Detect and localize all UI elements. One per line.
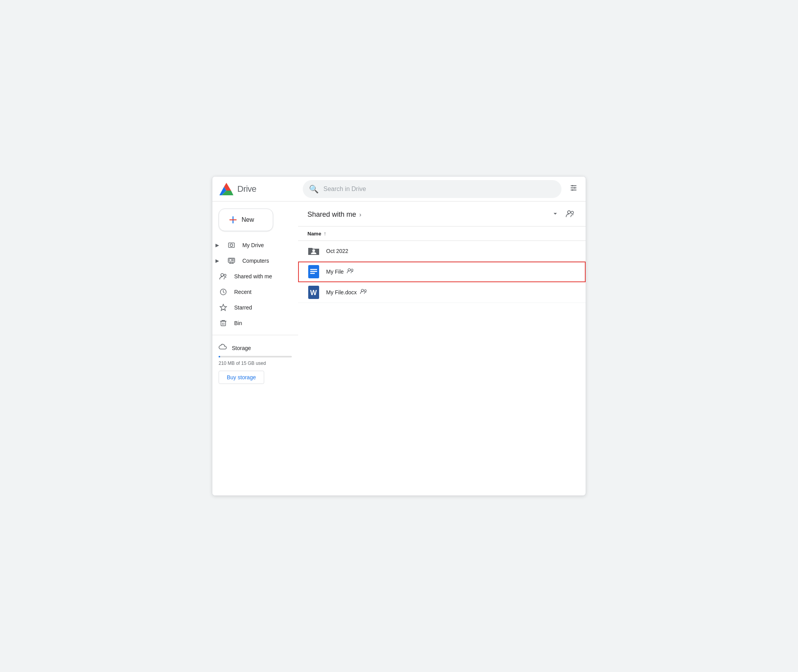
svg-point-13 [230, 244, 233, 247]
sidebar-item-shared-with-me[interactable]: Shared with me [212, 269, 292, 284]
sidebar-label-recent: Recent [234, 289, 251, 295]
svg-point-20 [221, 274, 224, 276]
people-view-icon[interactable] [564, 208, 576, 221]
search-icon: 🔍 [309, 184, 319, 194]
svg-point-29 [312, 249, 315, 252]
file-name-my-file: My File [326, 268, 354, 276]
filter-icon[interactable] [568, 182, 579, 196]
app-title: Drive [237, 184, 256, 194]
sort-column-label: Name [307, 231, 321, 237]
file-row-oct-2022[interactable]: Oct 2022 [298, 241, 586, 262]
google-doc-icon [307, 265, 320, 278]
svg-point-27 [568, 211, 570, 214]
sidebar-item-starred[interactable]: Starred [212, 300, 292, 315]
word-doc-icon: W [307, 286, 320, 299]
sidebar-divider [212, 335, 298, 335]
storage-title: Storage [232, 345, 251, 351]
file-list-header: Name ↑ [298, 226, 586, 241]
svg-point-21 [224, 274, 226, 276]
file-name-oct-2022: Oct 2022 [326, 248, 348, 254]
svg-point-28 [571, 211, 573, 214]
app-header: Drive 🔍 Search in Drive [212, 177, 586, 202]
svg-rect-33 [310, 273, 315, 274]
sidebar-item-my-drive[interactable]: ▶ My Drive [212, 237, 292, 253]
bin-icon [219, 319, 228, 327]
sidebar-label-shared: Shared with me [234, 273, 272, 279]
shared-with-me-icon [219, 272, 228, 280]
svg-rect-32 [310, 271, 317, 272]
storage-bar-background [219, 356, 292, 357]
sidebar-item-bin[interactable]: Bin [212, 315, 292, 331]
storage-label: Storage [219, 344, 292, 352]
header-actions [550, 208, 576, 221]
new-button-label: New [242, 216, 254, 223]
storage-used-text: 210 MB of 15 GB used [219, 361, 292, 366]
drive-logo-icon [219, 181, 234, 197]
storage-section: Storage 210 MB of 15 GB used Buy storage [212, 339, 298, 389]
breadcrumb-title: Shared with me [307, 210, 356, 219]
search-placeholder: Search in Drive [323, 186, 555, 193]
app-window: Drive 🔍 Search in Drive [212, 176, 586, 496]
svg-marker-23 [220, 304, 227, 311]
expand-arrow-computers-icon: ▶ [215, 258, 219, 263]
recent-icon [219, 288, 228, 296]
cloud-icon [219, 344, 227, 352]
sidebar-item-computers[interactable]: ▶ Computers [212, 253, 292, 269]
sidebar-item-recent[interactable]: Recent [212, 284, 292, 300]
sort-by-name[interactable]: Name ↑ [307, 230, 326, 237]
file-row-my-file[interactable]: My File [298, 262, 586, 282]
breadcrumb-arrow-icon: › [359, 211, 361, 218]
svg-text:W: W [310, 289, 317, 297]
my-drive-icon [227, 241, 236, 249]
buy-storage-button[interactable]: Buy storage [219, 371, 264, 384]
sidebar-label-my-drive: My Drive [242, 242, 264, 248]
svg-rect-15 [229, 259, 232, 261]
content-header: Shared with me › [298, 202, 586, 221]
svg-point-35 [351, 269, 353, 271]
search-bar[interactable]: 🔍 Search in Drive [303, 180, 561, 198]
expand-arrow-icon: ▶ [215, 242, 219, 248]
sort-dropdown-icon[interactable] [550, 208, 561, 221]
sidebar-label-starred: Starred [234, 304, 252, 311]
svg-point-7 [572, 185, 573, 187]
svg-point-39 [364, 290, 366, 292]
file-name-my-file-docx: My File.docx [326, 288, 367, 296]
svg-rect-16 [233, 259, 234, 261]
content-area: Shared with me › [298, 202, 586, 495]
starred-icon [219, 304, 228, 311]
sort-arrow-icon: ↑ [323, 230, 326, 237]
file-list: Oct 2022 My Fil [298, 241, 586, 303]
sidebar-label-computers: Computers [242, 258, 269, 264]
svg-rect-31 [310, 269, 317, 270]
svg-point-8 [574, 187, 576, 189]
file-row-my-file-docx[interactable]: W My File.docx [298, 282, 586, 303]
new-button[interactable]: New [219, 209, 273, 231]
main-layout: New ▶ My Drive ▶ [212, 202, 586, 495]
sidebar: New ▶ My Drive ▶ [212, 202, 298, 495]
logo-area: Drive [219, 181, 297, 197]
computers-icon [227, 257, 236, 265]
new-plus-icon [228, 215, 238, 225]
shared-people-icon [347, 268, 354, 276]
storage-bar-fill [219, 356, 220, 357]
svg-point-9 [572, 189, 573, 191]
sidebar-label-bin: Bin [234, 320, 242, 326]
svg-rect-24 [221, 321, 226, 326]
folder-shared-icon [307, 245, 320, 257]
shared-people-docx-icon [360, 288, 367, 296]
